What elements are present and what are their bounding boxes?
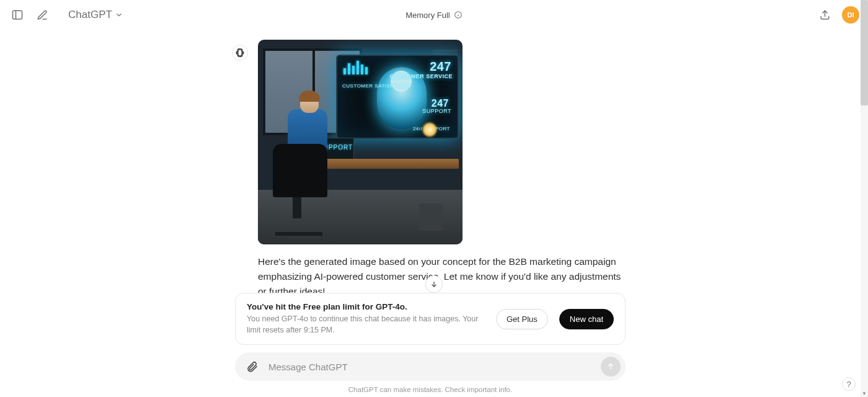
openai-icon bbox=[235, 48, 245, 58]
banner-subtitle: You need GPT-4o to continue this chat be… bbox=[247, 314, 485, 336]
avatar-initials: DI bbox=[848, 11, 854, 19]
assistant-text: Here's the generated image based on your… bbox=[258, 244, 629, 299]
footer-disclaimer: ChatGPT can make mistakes. Check importa… bbox=[0, 381, 861, 397]
share-icon[interactable] bbox=[816, 6, 833, 24]
info-icon bbox=[454, 11, 463, 19]
new-chat-icon[interactable] bbox=[33, 6, 51, 24]
send-button[interactable] bbox=[601, 357, 621, 377]
scrollbar-thumb[interactable] bbox=[861, 0, 868, 105]
image-overlay-customer-sat: CUSTOMER SATISFATIIDN bbox=[342, 83, 411, 89]
topbar-left: ChatGPT bbox=[9, 6, 127, 24]
image-overlay-247-top: 247 bbox=[430, 60, 451, 74]
model-label: ChatGPT bbox=[68, 9, 112, 21]
message-input[interactable] bbox=[268, 362, 593, 372]
attach-icon[interactable] bbox=[244, 358, 261, 375]
help-button[interactable]: ? bbox=[842, 377, 856, 391]
topbar-right: DI bbox=[816, 6, 859, 24]
image-overlay-support: SUPPORT bbox=[422, 108, 451, 114]
image-monitor: 247 CUSTOMER SERVICE 247 SUPPORT 24// SU… bbox=[336, 55, 459, 139]
topbar-center: Memory Full bbox=[0, 0, 868, 30]
memory-status[interactable]: Memory Full bbox=[401, 8, 467, 22]
limit-banner: You've hit the Free plan limit for GPT-4… bbox=[235, 293, 626, 345]
image-overlay-customer-service: CUSTOMER SERVICE bbox=[390, 73, 453, 79]
get-plus-button[interactable]: Get Plus bbox=[496, 309, 548, 329]
chevron-down-icon bbox=[115, 11, 123, 19]
banner-title: You've hit the Free plan limit for GPT-4… bbox=[247, 302, 485, 311]
help-label: ? bbox=[846, 380, 851, 389]
composer-area: You've hit the Free plan limit for GPT-4… bbox=[0, 293, 861, 397]
generated-image[interactable]: 247 CUSTOMER SERVICE 247 SUPPORT 24// SU… bbox=[258, 40, 463, 244]
arrow-down-icon bbox=[430, 280, 438, 288]
model-picker[interactable]: ChatGPT bbox=[64, 6, 127, 24]
composer bbox=[235, 352, 626, 381]
banner-text: You've hit the Free plan limit for GPT-4… bbox=[247, 302, 485, 336]
sidebar-toggle-icon[interactable] bbox=[9, 6, 26, 24]
svg-rect-0 bbox=[13, 11, 22, 19]
user-avatar[interactable]: DI bbox=[842, 6, 859, 24]
scrollbar-down-icon[interactable]: ▼ bbox=[861, 390, 868, 397]
scroll-to-bottom-button[interactable] bbox=[425, 275, 443, 293]
memory-label: Memory Full bbox=[405, 11, 450, 20]
assistant-avatar-icon bbox=[232, 45, 248, 61]
new-chat-button[interactable]: New chat bbox=[559, 309, 614, 329]
arrow-up-icon bbox=[606, 362, 616, 372]
vertical-scrollbar[interactable]: ▲ ▼ bbox=[861, 0, 868, 397]
topbar: ChatGPT Memory Full DI bbox=[0, 0, 868, 30]
